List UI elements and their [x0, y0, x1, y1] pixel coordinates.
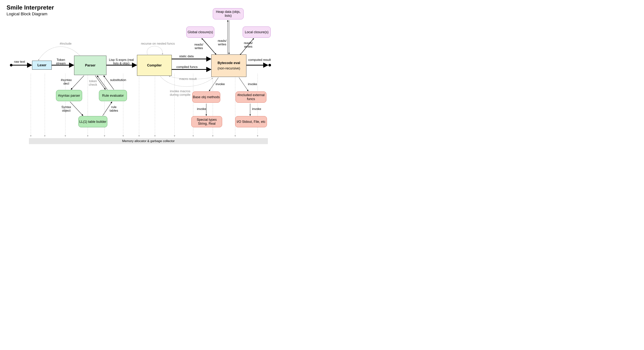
- block-compiler: Compiler: [137, 55, 172, 76]
- svg-line-23: [239, 78, 248, 91]
- label-syntax-object: Syntax object: [60, 106, 73, 112]
- block-bytecode-eval: Bytecode eval (non-recursive): [211, 54, 246, 77]
- block-global-closures: Global closure(s): [186, 26, 214, 38]
- svg-line-16: [203, 38, 217, 54]
- label-reads-writes-3: reads/ writes: [243, 42, 254, 48]
- label-invoke-3: invoke: [197, 107, 206, 111]
- svg-line-11: [104, 76, 114, 90]
- label-include: #include: [60, 42, 72, 46]
- label-compiled-funcs: compiled funcs: [176, 65, 198, 69]
- block-heap-data: Heap data (objs, lists): [213, 8, 244, 20]
- label-invoke-1: invoke: [216, 82, 225, 86]
- label-static-data: static data: [179, 55, 194, 58]
- label-lisp-sexprs: Lisp S-exprs (real lists & objs): [107, 58, 135, 65]
- block-included-external-funcs: #included external funcs: [236, 92, 266, 103]
- label-reads-writes-2: reads/ writes: [216, 39, 228, 46]
- label-invoke-macros: invoke macros during compile: [169, 90, 191, 96]
- label-token-check: token check: [87, 80, 98, 86]
- label-rule-tables: rule tables: [108, 106, 120, 112]
- label-syntax-decl: #syntax decl: [60, 78, 73, 85]
- label-macro-result: macro result: [179, 77, 197, 81]
- label-token-stream: Tokenstream: [56, 58, 66, 65]
- label-recurse-nested: recurse on nested funcs: [141, 42, 175, 46]
- label-invoke-4: invoke: [252, 107, 261, 111]
- svg-line-17: [202, 39, 216, 54]
- block-ll1-builder: LL(1) table builder: [78, 116, 107, 127]
- block-parser: Parser: [74, 56, 106, 75]
- block-io: I/O Stdout, File, etc: [235, 116, 267, 127]
- block-syntax-parser: #syntax parser: [56, 90, 82, 101]
- eval-title: Bytecode eval: [218, 61, 240, 65]
- svg-point-0: [10, 64, 12, 66]
- label-invoke-2: invoke: [248, 82, 257, 86]
- label-reads-writes-1: reads/ writes: [193, 43, 204, 50]
- svg-line-8: [71, 76, 84, 90]
- svg-line-10: [97, 76, 107, 90]
- block-lexer: Lexer: [32, 61, 52, 70]
- block-special-types: Special types String, Real: [191, 116, 222, 127]
- label-raw-text: raw text: [14, 60, 25, 64]
- block-base-obj-methods: Base obj methods: [192, 92, 220, 103]
- block-rule-evaluator: Rule evaluator: [99, 90, 127, 101]
- diagram-subtitle: Logical Block Diagram: [6, 12, 48, 16]
- diagram-title: Smile Interpreter: [6, 4, 54, 11]
- label-computed-result: computed result: [248, 58, 272, 62]
- block-local-closures: Local closure(s): [243, 26, 271, 38]
- eval-subtitle: (non-recursive): [218, 66, 240, 70]
- svg-point-7: [268, 64, 271, 66]
- diagram-canvas: Smile Interpreter Logical Block Diagram: [0, 0, 280, 152]
- block-memory-allocator: Memory allocator & garbage collector: [29, 138, 268, 144]
- label-substitution: substitution: [110, 78, 126, 82]
